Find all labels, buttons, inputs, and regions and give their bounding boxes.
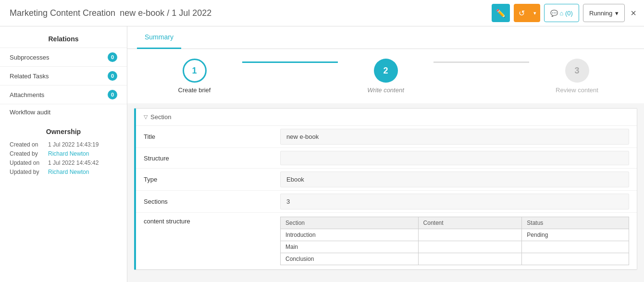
- header: Marketing Content Creation new e-book / …: [0, 0, 644, 26]
- sidebar-item-workflow-audit[interactable]: Workflow audit: [0, 104, 127, 120]
- header-title: Marketing Content Creation new e-book / …: [8, 8, 492, 18]
- created-by-value: Richard Newton: [48, 150, 89, 157]
- table-row: Main: [281, 241, 629, 253]
- step-2-label: Write content: [367, 86, 404, 94]
- sections-row: Sections 3: [136, 191, 637, 213]
- related-tasks-label: Related Tasks: [10, 73, 49, 80]
- updated-by-value: Richard Newton: [48, 169, 89, 175]
- tab-summary-label: Summary: [145, 33, 173, 41]
- close-button[interactable]: ×: [631, 8, 636, 19]
- connector-1-2: [242, 61, 338, 63]
- table-row: Introduction Pending: [281, 229, 629, 241]
- workflow-steps: 1 Create brief 2 Write content 3 Review …: [127, 49, 644, 103]
- sections-label: Sections: [136, 193, 280, 210]
- comment-icon: 💬: [550, 10, 558, 17]
- type-value: Ebook: [280, 172, 629, 187]
- running-label: Running: [589, 10, 612, 17]
- content-structure-table-wrap: Section Content Status Introduction Pend…: [280, 217, 629, 265]
- content-panel: Summary 1 Create brief 2 Write content: [127, 26, 644, 282]
- attachments-label: Attachments: [10, 91, 44, 98]
- step-1-circle: 1: [183, 59, 207, 83]
- created-on-value: 1 Jul 2022 14:43:19: [48, 141, 99, 148]
- comment-label: ⌂ (0): [560, 10, 573, 17]
- table-row: Conclusion: [281, 253, 629, 265]
- workflow-step-1: 1 Create brief: [147, 59, 242, 94]
- relations-title: Relations: [0, 26, 127, 48]
- col-header-status: Status: [522, 217, 629, 229]
- ownership-section: Ownership Created on 1 Jul 2022 14:43:19…: [0, 120, 127, 175]
- main-layout: Relations Subprocesses 0 Related Tasks 0…: [0, 26, 644, 282]
- title-row: Title new e-book: [136, 126, 637, 148]
- sidebar-item-subprocesses[interactable]: Subprocesses 0: [0, 48, 127, 66]
- tabs-bar: Summary: [127, 26, 644, 49]
- updated-on-value: 1 Jul 2022 14:45:42: [48, 159, 99, 166]
- action-arrow-button[interactable]: ▾: [530, 4, 540, 22]
- step-1-label: Create brief: [178, 86, 211, 94]
- workflow-step-3: 3 Review content: [529, 59, 625, 94]
- subprocesses-label: Subprocesses: [10, 54, 49, 61]
- step-3-circle: 3: [565, 59, 589, 83]
- row-2-content: [418, 253, 522, 265]
- row-2-section: Conclusion: [281, 253, 419, 265]
- ownership-title: Ownership: [10, 128, 117, 135]
- step-2-circle: 2: [374, 59, 398, 83]
- doc-name: new e-book / 1 Jul 2022: [117, 8, 211, 18]
- created-on-label: Created on: [10, 141, 48, 148]
- form-area: ▽ Section Title new e-book Structure Typ…: [127, 103, 644, 282]
- collapse-triangle-icon: ▽: [144, 114, 148, 120]
- step-3-label: Review content: [556, 86, 598, 94]
- row-1-content: [418, 241, 522, 253]
- workflow-step-2: 2 Write content: [338, 59, 433, 94]
- updated-on-row: Updated on 1 Jul 2022 14:45:42: [10, 159, 117, 166]
- sidebar-item-related-tasks[interactable]: Related Tasks 0: [0, 66, 127, 85]
- content-structure-row: content structure Section Content Status: [136, 213, 637, 270]
- row-0-section: Introduction: [281, 229, 419, 241]
- section-header-label: Section: [150, 113, 171, 121]
- title-value: new e-book: [280, 129, 629, 145]
- content-structure-label: content structure: [136, 213, 280, 230]
- title-label: Title: [136, 128, 280, 145]
- edit-button[interactable]: ✏️: [492, 4, 510, 22]
- updated-by-label: Updated by: [10, 169, 48, 175]
- structure-row: Structure: [136, 148, 637, 169]
- updated-by-row: Updated by Richard Newton: [10, 169, 117, 175]
- action-main-button[interactable]: ↺: [514, 4, 530, 22]
- app-name: Marketing Content Creation: [10, 8, 115, 18]
- section-header: ▽ Section: [136, 109, 637, 126]
- content-structure-table: Section Content Status Introduction Pend…: [280, 217, 629, 265]
- header-actions: ✏️ ↺ ▾ 💬 ⌂ (0) Running ▾ ×: [492, 4, 636, 22]
- action-dropdown-group: ↺ ▾: [514, 4, 540, 22]
- connector-2-3: [433, 61, 529, 63]
- created-on-row: Created on 1 Jul 2022 14:43:19: [10, 141, 117, 148]
- col-header-section: Section: [281, 217, 419, 229]
- row-2-status: [522, 253, 629, 265]
- updated-on-label: Updated on: [10, 159, 48, 166]
- sidebar: Relations Subprocesses 0 Related Tasks 0…: [0, 26, 127, 282]
- workflow-audit-label: Workflow audit: [10, 109, 50, 116]
- tab-summary[interactable]: Summary: [137, 26, 181, 49]
- step-3-number: 3: [574, 66, 579, 76]
- row-1-status: [522, 241, 629, 253]
- row-0-content: [418, 229, 522, 241]
- created-by-row: Created by Richard Newton: [10, 150, 117, 157]
- created-by-label: Created by: [10, 150, 48, 157]
- type-row: Type Ebook: [136, 169, 637, 191]
- sidebar-item-attachments[interactable]: Attachments 0: [0, 85, 127, 104]
- section-card: ▽ Section Title new e-book Structure Typ…: [134, 108, 637, 270]
- structure-label: Structure: [136, 150, 280, 167]
- running-button[interactable]: Running ▾: [583, 4, 625, 22]
- related-tasks-badge: 0: [108, 71, 117, 81]
- subprocesses-badge: 0: [108, 52, 117, 62]
- structure-value: [280, 151, 629, 165]
- step-1-number: 1: [192, 66, 197, 76]
- running-chevron-icon: ▾: [615, 10, 619, 17]
- step-2-number: 2: [383, 66, 388, 76]
- sections-value: 3: [280, 194, 629, 209]
- row-1-section: Main: [281, 241, 419, 253]
- comment-button[interactable]: 💬 ⌂ (0): [544, 4, 579, 22]
- col-header-content: Content: [418, 217, 522, 229]
- type-label: Type: [136, 171, 280, 188]
- row-0-status: Pending: [522, 229, 629, 241]
- attachments-badge: 0: [108, 90, 117, 99]
